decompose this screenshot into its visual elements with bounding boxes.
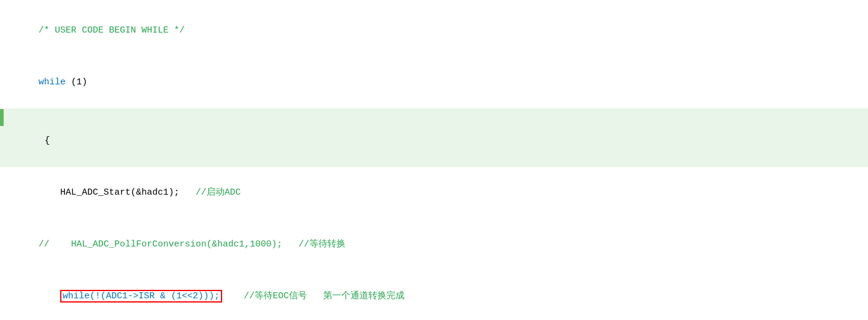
code-brace-open: {	[45, 136, 50, 146]
code-text: HAL_ADC_Start(&hadc1);	[39, 187, 196, 198]
code-indent	[39, 291, 60, 301]
code-keyword-while: while	[39, 77, 66, 87]
code-text: (1)	[66, 77, 87, 87]
gutter-indicator	[0, 109, 4, 126]
code-line-3: {	[0, 108, 868, 167]
code-comment-poll: // HAL_ADC_PollForConversion(&hadc1,1000…	[39, 239, 346, 249]
code-line-2: while (1)	[0, 57, 868, 108]
code-line-6: while(!(ADC1->ISR & (1<<2))); //等待EOC信号 …	[0, 271, 868, 320]
code-block: /* USER CODE BEGIN WHILE */ while (1) { …	[0, 0, 868, 320]
code-highlighted-while-1: while(!(ADC1->ISR & (1<<2)));	[60, 290, 222, 303]
code-comment: //启动ADC	[196, 187, 241, 198]
code-line-1: /* USER CODE BEGIN WHILE */	[0, 5, 868, 57]
code-line-5: // HAL_ADC_PollForConversion(&hadc1,1000…	[0, 219, 868, 271]
code-line-4: HAL_ADC_Start(&hadc1); //启动ADC	[0, 167, 868, 219]
code-comment: /* USER CODE BEGIN WHILE */	[39, 25, 185, 36]
code-comment-eoc: //等待EOC信号 第一个通道转换完成	[222, 291, 405, 301]
